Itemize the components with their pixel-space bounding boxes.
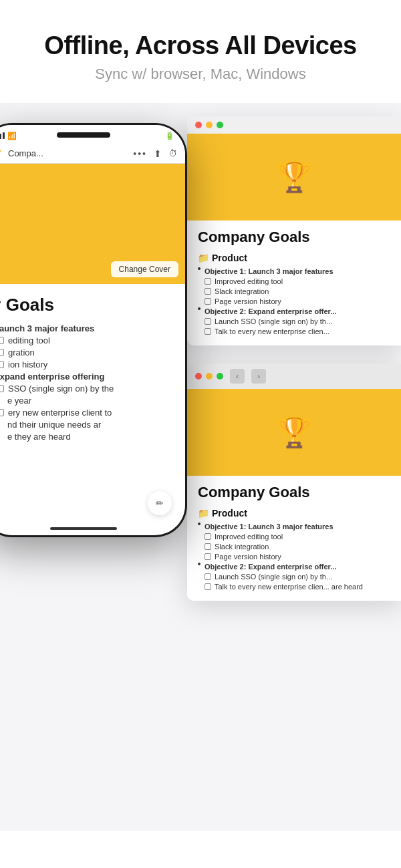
browser1-objective2: Objective 2: Expand enterprise offer... <box>205 307 336 315</box>
browser1-objective1: Objective 1: Launch 3 major features <box>205 267 333 275</box>
status-left: 📶 <box>0 132 17 140</box>
folder-icon-2: 📁 <box>198 508 209 519</box>
browser2-item-2: Slack integration <box>198 543 390 551</box>
phone-item-4b: e year <box>0 396 176 406</box>
browser2-objective2-row: Objective 2: Expand enterprise offer... <box>198 563 390 573</box>
browser-chrome-2: ‹ › <box>187 364 401 389</box>
checkbox-icon[interactable] <box>205 328 211 335</box>
bullet-icon <box>198 267 200 270</box>
edit-button[interactable]: ✏ <box>148 491 172 515</box>
devices-area: 📶 🔋 🏆 Compa... ••• ⬆ ⏱ Change Cover y <box>0 103 401 831</box>
browser2-doc: Company Goals 📁 Product Objective 1: Lau… <box>187 476 401 601</box>
phone-item-5: ery new enterprise client to <box>0 408 176 418</box>
phone-doc-content: y Goals Launch 3 major features editing … <box>0 284 185 454</box>
browser2-page-title: Company Goals <box>198 484 390 501</box>
browser2-item-1: Improved editing tool <box>198 533 390 541</box>
phone-item-3: ion history <box>0 359 176 370</box>
bullet-icon <box>198 563 200 565</box>
checkbox-icon[interactable] <box>205 278 211 285</box>
bullet-icon <box>198 523 200 525</box>
browser1-section-label: 📁 Product <box>198 253 390 263</box>
browser2-item-3: Page version history <box>198 553 390 561</box>
browser1-cover: 🏆 <box>187 134 401 221</box>
browser1-page-title: Company Goals <box>198 229 390 246</box>
phone-item-1: editing tool <box>0 335 176 345</box>
phone-pill <box>57 132 110 138</box>
browser1-content: 🏆 Company Goals 📁 Product Objective 1: L… <box>187 134 401 345</box>
checkbox-icon[interactable] <box>205 573 211 580</box>
share-icon[interactable]: ⬆ <box>154 148 162 159</box>
checkbox-icon[interactable] <box>205 533 211 540</box>
more-options-icon[interactable]: ••• <box>133 148 147 159</box>
wifi-icon: 📶 <box>7 132 17 140</box>
checkbox-icon[interactable] <box>205 288 211 295</box>
browser-window-2: ‹ › 🏆 Company Goals 📁 Product Objective … <box>187 364 401 601</box>
signal-icon <box>0 132 5 139</box>
checkbox-icon[interactable] <box>205 553 211 560</box>
browser2-objective1-row: Objective 1: Launch 3 major features <box>198 523 390 533</box>
home-indicator <box>50 527 117 530</box>
back-button[interactable]: ‹ <box>230 369 245 384</box>
phone-page-title: y Goals <box>0 295 176 315</box>
checkbox-icon[interactable] <box>205 318 211 325</box>
phone-inner: 📶 🔋 🏆 Compa... ••• ⬆ ⏱ Change Cover y <box>0 125 185 535</box>
checkbox-icon[interactable] <box>0 409 4 416</box>
history-icon[interactable]: ⏱ <box>168 148 177 158</box>
browser2-content: 🏆 Company Goals 📁 Product Objective 1: L… <box>187 389 401 601</box>
browser2-section-label: 📁 Product <box>198 508 390 519</box>
tab-trophy-icon: 🏆 <box>0 148 1 159</box>
phone-browser-bar[interactable]: 🏆 Compa... ••• ⬆ ⏱ <box>0 144 185 164</box>
phone-objective1: Launch 3 major features <box>0 323 176 333</box>
phone-mockup: 📶 🔋 🏆 Compa... ••• ⬆ ⏱ Change Cover y <box>0 123 187 537</box>
checkbox-icon[interactable] <box>0 349 4 356</box>
close-button-2[interactable] <box>195 373 202 380</box>
folder-icon: 📁 <box>198 253 209 263</box>
browser2-item-5: Talk to every new enterprise clien... ar… <box>198 583 390 591</box>
minimize-button[interactable] <box>206 122 213 128</box>
battery-icon: 🔋 <box>165 132 174 140</box>
phone-item-5c: e they are heard <box>0 432 176 442</box>
browser1-objective2-row: Objective 2: Expand enterprise offer... <box>198 307 390 317</box>
browser1-objective1-row: Objective 1: Launch 3 major features <box>198 267 390 277</box>
phone-item-5b: nd their unique needs ar <box>0 420 176 430</box>
browser2-objective2: Objective 2: Expand enterprise offer... <box>205 563 336 571</box>
phone-item-4: SSO (single sign on) by the <box>0 384 176 394</box>
header-title: Offline, Across All Devices <box>13 32 388 60</box>
maximize-button-2[interactable] <box>217 373 223 380</box>
close-button[interactable] <box>195 122 202 128</box>
checkbox-icon[interactable] <box>205 298 211 305</box>
phone-objective2: Expand enterprise offering <box>0 372 176 382</box>
checkbox-icon[interactable] <box>0 385 4 392</box>
tab-title: Compa... <box>8 148 126 158</box>
browser2-objective1: Objective 1: Launch 3 major features <box>205 523 333 531</box>
checkbox-icon[interactable] <box>0 361 4 368</box>
checkbox-icon[interactable] <box>205 583 211 590</box>
browser-window-1: 🏆 Company Goals 📁 Product Objective 1: L… <box>187 116 401 345</box>
browser1-item-4: Launch SSO (single sign on) by th... <box>198 317 390 325</box>
browser1-item-3: Page version history <box>198 297 390 305</box>
browser2-cover: 🏆 <box>187 389 401 476</box>
checkbox-icon[interactable] <box>205 543 211 550</box>
browser2-item-4: Launch SSO (single sign on) by th... <box>198 573 390 581</box>
browser1-item-5: Talk to every new enterprise clien... <box>198 327 390 335</box>
browser1-item-2: Slack integration <box>198 287 390 295</box>
browser-chrome-1 <box>187 116 401 134</box>
phone-cover-image: Change Cover <box>0 164 185 284</box>
browser1-doc: Company Goals 📁 Product Objective 1: Lau… <box>187 221 401 345</box>
change-cover-button[interactable]: Change Cover <box>111 261 178 277</box>
status-right: 🔋 <box>165 132 174 140</box>
forward-button[interactable]: › <box>251 369 266 384</box>
trophy-icon-2: 🏆 <box>276 415 313 450</box>
header-subtitle: Sync w/ browser, Mac, Windows <box>13 65 388 83</box>
header-section: Offline, Across All Devices Sync w/ brow… <box>0 0 401 103</box>
minimize-button-2[interactable] <box>206 373 213 380</box>
trophy-icon: 🏆 <box>276 160 313 194</box>
browser1-item-1: Improved editing tool <box>198 277 390 285</box>
phone-item-2: gration <box>0 347 176 357</box>
checkbox-icon[interactable] <box>0 337 4 344</box>
edit-icon: ✏ <box>156 498 164 509</box>
bullet-icon <box>198 307 200 310</box>
maximize-button[interactable] <box>217 122 223 128</box>
